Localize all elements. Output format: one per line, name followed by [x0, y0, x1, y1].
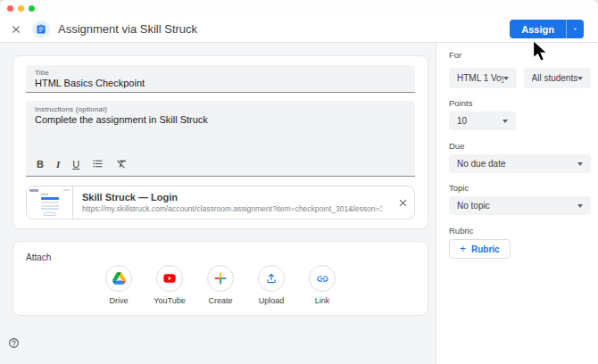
window-titlebar: [0, 0, 598, 16]
dialog-body: Title HTML Basics Checkpoint Instruction…: [0, 43, 598, 364]
assign-dropdown-button[interactable]: [566, 20, 584, 38]
link-thumbnail: [27, 186, 73, 219]
attach-drive-button[interactable]: Drive: [99, 265, 138, 305]
link-attachment-url: https://my.skillstruck.com/account/class…: [82, 204, 382, 213]
plus-icon: +: [460, 243, 466, 255]
bulleted-list-button[interactable]: [92, 158, 104, 170]
chevron-down-icon: [577, 162, 583, 166]
title-field[interactable]: Title HTML Basics Checkpoint: [26, 65, 415, 93]
points-select-value: 10: [457, 116, 467, 126]
attach-options-row: Drive YouTube: [26, 265, 415, 305]
attach-create-button[interactable]: Create: [201, 265, 240, 305]
class-select[interactable]: HTML 1 Voy…: [449, 68, 517, 88]
students-select-value: All students: [532, 73, 578, 83]
link-icon: [309, 265, 336, 292]
link-attachment-title: Skill Struck — Login: [82, 192, 382, 203]
close-icon[interactable]: [7, 21, 25, 38]
topic-select-value: No topic: [457, 201, 490, 211]
google-drive-icon: [105, 265, 132, 292]
title-field-value[interactable]: HTML Basics Checkpoint: [35, 78, 406, 88]
assign-split-button: Assign: [510, 20, 584, 38]
assignment-form-card: Title HTML Basics Checkpoint Instruction…: [12, 55, 428, 229]
assignment-dialog-window: Assignment via Skill Struck Assign Title…: [0, 0, 598, 364]
settings-sidebar: For HTML 1 Voy… All students Points 10 D…: [436, 43, 598, 364]
link-attachment[interactable]: Skill Struck — Login https://my.skillstr…: [26, 186, 415, 219]
attach-link-label: Link: [315, 296, 330, 305]
window-minimize-dot[interactable]: [18, 5, 24, 12]
create-plus-icon: [207, 265, 234, 292]
upload-icon: [258, 265, 285, 292]
dialog-header: Assignment via Skill Struck Assign: [0, 16, 598, 43]
remove-attachment-icon[interactable]: [391, 197, 414, 209]
chevron-down-icon: [503, 77, 509, 80]
chevron-down-icon: [502, 120, 508, 123]
chevron-down-icon: [577, 204, 583, 208]
attach-upload-button[interactable]: Upload: [252, 265, 291, 305]
title-field-label: Title: [35, 69, 406, 77]
class-select-value: HTML 1 Voy…: [457, 73, 503, 83]
link-attachment-text: Skill Struck — Login https://my.skillstr…: [73, 192, 391, 213]
window-close-dot[interactable]: [7, 5, 13, 12]
dialog-title: Assignment via Skill Struck: [58, 22, 197, 36]
attach-drive-label: Drive: [109, 296, 128, 305]
students-select[interactable]: All students: [524, 68, 592, 88]
add-rubric-button-label: Rubric: [471, 244, 500, 254]
attach-upload-label: Upload: [259, 296, 285, 305]
instructions-field-label: Instructions (optional): [35, 104, 406, 113]
main-column: Title HTML Basics Checkpoint Instruction…: [0, 43, 436, 364]
for-label: For: [449, 50, 591, 60]
assign-button[interactable]: Assign: [510, 20, 566, 38]
attach-label: Attach: [26, 252, 415, 262]
attach-link-button[interactable]: Link: [303, 265, 342, 305]
points-label: Points: [449, 98, 591, 108]
format-toolbar: B I U: [35, 158, 406, 176]
window-maximize-dot[interactable]: [29, 5, 35, 12]
chevron-down-icon: [577, 77, 583, 80]
instructions-field-value[interactable]: Complete the assignment in Skill Struck: [35, 114, 406, 125]
assignment-icon: [32, 21, 50, 38]
topic-label: Topic: [449, 183, 591, 193]
add-rubric-button[interactable]: + Rubric: [449, 239, 511, 259]
attach-create-label: Create: [208, 296, 232, 305]
bold-button[interactable]: B: [37, 159, 44, 170]
due-label: Due: [449, 141, 591, 151]
rubric-label: Rubric: [449, 226, 591, 236]
youtube-icon: [156, 265, 183, 292]
instructions-field[interactable]: Instructions (optional) Complete the ass…: [26, 101, 415, 177]
attach-youtube-label: YouTube: [154, 296, 185, 305]
clear-formatting-button[interactable]: [116, 158, 128, 170]
italic-button[interactable]: I: [56, 159, 60, 170]
points-select[interactable]: 10: [449, 112, 516, 130]
attach-youtube-button[interactable]: YouTube: [150, 265, 189, 305]
topic-select[interactable]: No topic: [449, 196, 591, 215]
help-icon[interactable]: [8, 336, 20, 352]
due-date-select-value: No due date: [457, 159, 506, 169]
attach-card: Attach Dr: [12, 241, 428, 316]
underline-button[interactable]: U: [72, 159, 79, 170]
due-date-select[interactable]: No due date: [449, 154, 591, 173]
